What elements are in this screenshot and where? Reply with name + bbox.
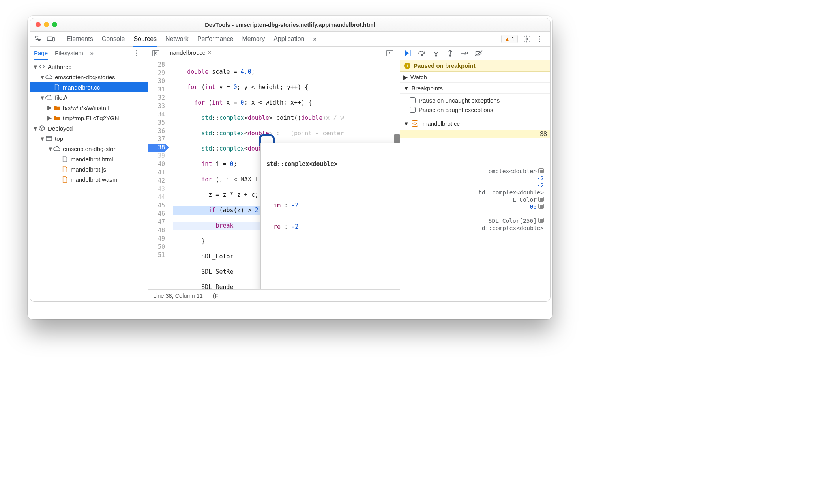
folder-icon (53, 104, 60, 111)
tab-network[interactable]: Network (165, 32, 189, 46)
tree-file-wasm[interactable]: mandelbrot.wasm (30, 174, 148, 185)
bp-file-row[interactable]: ▼<>mandelbrot.cc (400, 118, 550, 129)
svg-point-3 (526, 38, 528, 40)
memory-icon[interactable] (538, 197, 544, 202)
editor-tab-label: mandelbrot.cc (168, 49, 205, 56)
svg-point-9 (136, 55, 137, 56)
tree-deployed[interactable]: ▼Deployed (30, 123, 148, 133)
toggle-navigator-icon[interactable] (151, 48, 161, 58)
device-icon[interactable] (46, 34, 56, 44)
tab-sources[interactable]: Sources (133, 32, 157, 46)
cloud-icon (45, 73, 52, 80)
main-toolbar: Elements Console Sources Network Perform… (30, 32, 550, 47)
file-icon (61, 155, 68, 162)
svg-rect-2 (53, 37, 55, 41)
file-icon (61, 166, 68, 173)
cpp-icon: <> (412, 120, 418, 127)
code-editor[interactable]: 2829303132333435363738394041424344454647… (148, 60, 400, 289)
scroll-indicator (394, 134, 400, 144)
svg-point-8 (136, 52, 137, 54)
file-tree: ▼Authored ▼emscripten-dbg-stories mandel… (30, 60, 148, 301)
nav-tab-filesystem[interactable]: Filesystem (55, 47, 83, 60)
scope-section: omplex<double> -2 -2 td::complex<double>… (400, 166, 550, 231)
inspect-icon[interactable] (33, 34, 43, 44)
pause-uncaught-checkbox[interactable]: Pause on uncaught exceptions (410, 95, 547, 105)
tree-cloud[interactable]: ▼emscripten-dbg-stories (30, 72, 148, 82)
svg-point-5 (539, 38, 540, 39)
breakpoints-section[interactable]: ▼Breakpoints (400, 83, 550, 94)
deactivate-breakpoints-button[interactable] (474, 49, 483, 58)
toggle-debugger-icon[interactable] (385, 48, 395, 58)
tab-application[interactable]: Application (273, 32, 304, 46)
svg-point-17 (467, 52, 468, 54)
tree-file-js[interactable]: mandelbrot.js (30, 164, 148, 174)
value-tooltip: std::complex<double> __im_: -2 __re_: -2 (260, 143, 400, 289)
resume-button[interactable] (403, 49, 412, 58)
editor-tab[interactable]: mandelbrot.cc × (166, 47, 214, 60)
step-into-button[interactable] (432, 49, 440, 58)
tree-file-proto[interactable]: ▼file:// (30, 92, 148, 103)
warnings-pill[interactable]: ▲ 1 (501, 35, 518, 43)
tree-folder-tmp[interactable]: ▶tmp/tmp.ELcTq2YGN (30, 113, 148, 123)
panel-tabs: Elements Console Sources Network Perform… (67, 32, 316, 46)
warning-count: 1 (511, 36, 515, 42)
tree-authored[interactable]: ▼Authored (30, 62, 148, 72)
debug-toolbar (400, 47, 550, 60)
code-lines[interactable]: double scale = 4.0; for (int y = 0; y < … (168, 60, 400, 289)
svg-rect-13 (410, 50, 411, 56)
nav-tab-more[interactable]: » (90, 47, 94, 60)
file-icon (61, 176, 68, 183)
window: DevTools - emscripten-dbg-stories.netlif… (30, 18, 551, 302)
tree-top[interactable]: ▼top (30, 133, 148, 144)
kebab-icon[interactable] (534, 34, 545, 44)
debugger-panel: i Paused on breakpoint ▶Watch ▼Breakpoin… (400, 47, 550, 301)
navigator-panel: Page Filesystem » ▼Authored ▼emscripten-… (30, 47, 148, 301)
step-button[interactable] (460, 49, 469, 58)
file-icon (53, 84, 60, 91)
watch-section[interactable]: ▶Watch (400, 72, 550, 83)
tab-memory[interactable]: Memory (242, 32, 265, 46)
tab-elements[interactable]: Elements (67, 32, 93, 46)
code-icon (38, 63, 45, 70)
window-title: DevTools - emscripten-dbg-stories.netlif… (30, 22, 550, 28)
tree-cloud-2[interactable]: ▼emscripten-dbg-stor (30, 144, 148, 154)
svg-point-15 (435, 55, 437, 56)
svg-point-14 (421, 54, 422, 55)
cursor-position: Line 38, Column 11 (153, 293, 203, 299)
gutter[interactable]: 2829303132333435363738394041424344454647… (148, 60, 168, 289)
memory-icon[interactable] (538, 204, 544, 209)
tooltip-title: std::complex<double> (261, 157, 400, 170)
memory-icon[interactable] (538, 218, 544, 223)
tree-file-html[interactable]: mandelbrot.html (30, 154, 148, 164)
bp-line-badge[interactable]: 38 (400, 130, 550, 138)
close-icon[interactable]: × (208, 49, 211, 56)
titlebar: DevTools - emscripten-dbg-stories.netlif… (30, 18, 550, 32)
svg-rect-1 (47, 37, 52, 40)
svg-point-7 (136, 50, 137, 51)
step-out-button[interactable] (446, 49, 455, 58)
tree-folder-install[interactable]: ▶b/s/w/ir/x/w/install (30, 103, 148, 113)
tab-performance[interactable]: Performance (197, 32, 234, 46)
gear-icon[interactable] (522, 34, 532, 44)
status-extra: (Fr (213, 293, 221, 299)
svg-point-6 (539, 41, 540, 42)
memory-icon[interactable] (538, 168, 544, 173)
cloud-icon (53, 145, 60, 152)
tab-console[interactable]: Console (102, 32, 125, 46)
tree-file-mandelbrot-cc[interactable]: mandelbrot.cc (30, 82, 148, 92)
cube-icon (38, 125, 45, 132)
info-icon: i (404, 63, 410, 69)
svg-rect-10 (46, 136, 52, 141)
warning-icon: ▲ (504, 36, 510, 42)
cloud-icon (45, 94, 52, 101)
step-over-button[interactable] (418, 49, 426, 58)
nav-tab-page[interactable]: Page (34, 47, 48, 60)
pause-caught-checkbox[interactable]: Pause on caught exceptions (410, 105, 547, 114)
frame-icon (45, 135, 52, 142)
tabs-more[interactable]: » (313, 32, 316, 46)
folder-icon (53, 114, 60, 121)
editor-panel: mandelbrot.cc × 282930313233343536373839… (148, 47, 400, 301)
status-bar: Line 38, Column 11 (Fr (148, 289, 400, 301)
svg-point-4 (539, 36, 540, 37)
nav-kebab-icon[interactable] (131, 48, 142, 58)
